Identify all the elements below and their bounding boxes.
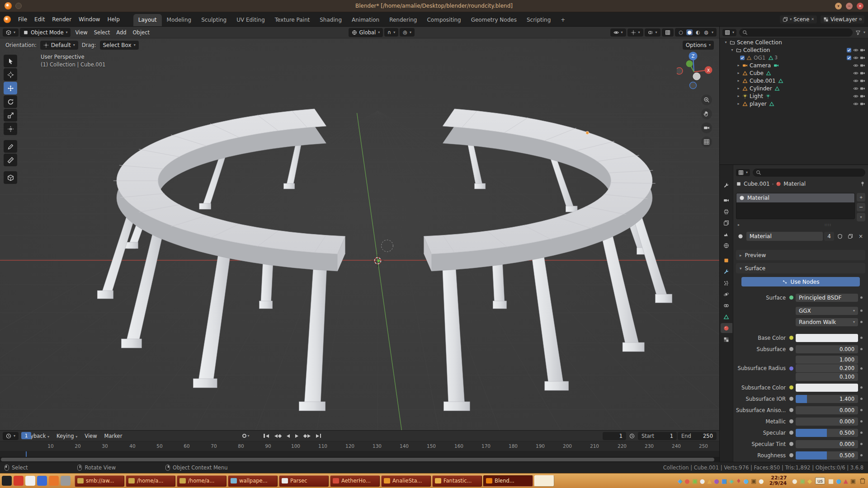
timeline-editor-type-button[interactable]: ▾ bbox=[3, 432, 19, 440]
animate-dot[interactable] bbox=[858, 398, 864, 400]
hide-eye-icon[interactable] bbox=[852, 94, 859, 99]
hide-eye-icon[interactable] bbox=[852, 86, 859, 91]
expander-icon[interactable]: ▸ bbox=[736, 63, 741, 67]
disable-render-icon[interactable] bbox=[859, 63, 866, 68]
selectable-checkbox-icon[interactable] bbox=[845, 55, 852, 61]
xray-toggle[interactable] bbox=[662, 28, 674, 37]
tray-icon[interactable]: ▣ bbox=[692, 478, 698, 484]
3d-viewport[interactable]: Orientation: Default▾ Drag: Select Box▾ … bbox=[0, 38, 719, 430]
zoom-icon[interactable] bbox=[701, 94, 712, 105]
scrollbar-thumb[interactable] bbox=[1, 458, 714, 461]
tray-icon[interactable]: ▣ bbox=[850, 478, 856, 484]
menu-item[interactable]: Render bbox=[48, 14, 75, 24]
tab-object-data[interactable] bbox=[721, 312, 732, 322]
unlink-scene-icon[interactable]: ✕ bbox=[811, 18, 814, 21]
workspace-tab[interactable]: Compositing bbox=[422, 14, 466, 26]
workspace-tab[interactable]: UV Editing bbox=[231, 14, 270, 26]
solid-shading-icon[interactable]: ● bbox=[686, 29, 693, 35]
transform-orientation-dropdown[interactable]: Global▾ bbox=[349, 28, 383, 37]
tray-icon[interactable]: ▣ bbox=[751, 478, 756, 484]
workspace-tab[interactable]: Layout bbox=[133, 14, 162, 26]
editor-type-button[interactable]: ▾ bbox=[3, 28, 19, 37]
value-slider[interactable]: 0.500 bbox=[796, 429, 858, 437]
viewport-menu-item[interactable]: Object bbox=[130, 28, 153, 37]
gizmo-negz-ball[interactable] bbox=[690, 82, 697, 89]
viewport-menu-item[interactable]: Add bbox=[113, 28, 129, 37]
drag-setting-dropdown[interactable]: Select Box▾ bbox=[100, 41, 139, 50]
tray-icon[interactable]: ● bbox=[684, 478, 689, 484]
pan-hand-icon[interactable] bbox=[701, 108, 712, 119]
hide-eye-icon[interactable] bbox=[852, 47, 859, 53]
rotate-tool[interactable] bbox=[4, 95, 17, 108]
tray-icon[interactable]: ● bbox=[744, 478, 749, 484]
taskbar-window-button[interactable]: smb://aw... bbox=[75, 475, 124, 487]
disable-render-icon[interactable] bbox=[859, 70, 866, 76]
material-name-field[interactable]: Material bbox=[746, 232, 823, 241]
launcher-icon[interactable] bbox=[61, 476, 71, 486]
material-slot-list[interactable]: Material bbox=[736, 193, 855, 219]
blender-menu-icon[interactable] bbox=[4, 16, 11, 23]
tray-icon[interactable]: ● bbox=[714, 478, 719, 484]
material-shading-icon[interactable]: ◐ bbox=[695, 29, 701, 35]
outliner-row[interactable]: ▾ Scene Collection bbox=[720, 38, 868, 46]
color-swatch[interactable] bbox=[796, 384, 858, 392]
jump-to-end-button[interactable] bbox=[314, 433, 324, 439]
expander-icon[interactable]: ▸ bbox=[736, 102, 741, 106]
prev-keyframe-button[interactable] bbox=[272, 433, 283, 439]
outliner-row[interactable]: OG1 3 bbox=[720, 54, 868, 61]
clock[interactable]: 22:27 2/9/24 bbox=[767, 475, 789, 486]
tab-modifiers[interactable] bbox=[721, 267, 732, 277]
outliner-item-label[interactable]: Collection bbox=[743, 47, 770, 53]
launcher-icon[interactable] bbox=[25, 476, 35, 486]
outliner-search-input[interactable] bbox=[739, 28, 853, 37]
add-cube-tool[interactable] bbox=[4, 171, 17, 184]
disable-render-icon[interactable] bbox=[859, 47, 866, 53]
proportional-edit-dropdown[interactable]: ◎▾ bbox=[400, 28, 415, 37]
frame-ruler[interactable]: 1020304050607080901001101201301401501601… bbox=[0, 441, 719, 451]
outliner-item-label[interactable]: Cube.001 bbox=[750, 78, 776, 84]
outliner-filter-dropdown-icon[interactable]: ▾ bbox=[863, 31, 865, 34]
value-slider[interactable]: 0.000 bbox=[796, 345, 858, 353]
tray-icon[interactable]: ◆ bbox=[678, 478, 682, 484]
expander-icon[interactable]: ▸ bbox=[736, 79, 741, 83]
tab-tool[interactable] bbox=[721, 180, 732, 190]
menu-item[interactable]: Help bbox=[104, 14, 123, 24]
shading-mode-switcher[interactable]: ○ ● ◐ ◍ ▾ bbox=[675, 28, 717, 37]
workspace-tab[interactable]: Shading bbox=[315, 14, 347, 26]
pin-icon[interactable] bbox=[860, 181, 865, 187]
viewport-menu-item[interactable]: View bbox=[72, 28, 90, 37]
gizmo-negx-ball[interactable] bbox=[677, 68, 683, 75]
marker-menu[interactable]: Marker bbox=[101, 432, 126, 440]
color-swatch[interactable] bbox=[796, 334, 858, 342]
launcher-icon[interactable] bbox=[14, 476, 24, 486]
animate-dot[interactable] bbox=[858, 321, 864, 323]
properties-search-input[interactable] bbox=[753, 169, 865, 177]
hide-eye-icon[interactable] bbox=[852, 70, 859, 76]
play-reverse-button[interactable] bbox=[284, 433, 292, 439]
preview-section-header[interactable]: ▸Preview bbox=[736, 250, 865, 260]
value-slider[interactable]: 0.000 bbox=[796, 440, 858, 448]
taskbar-blank-button[interactable] bbox=[534, 475, 554, 487]
outliner-item-label[interactable]: Light bbox=[750, 93, 763, 99]
mode-dropdown[interactable]: Object Mode▾ bbox=[20, 28, 71, 37]
hide-eye-icon[interactable] bbox=[852, 101, 859, 107]
frame-start-field[interactable]: Start1 bbox=[638, 432, 677, 440]
gizmo-dropdown[interactable]: ▾ bbox=[627, 28, 643, 37]
workspace-tab[interactable]: Scripting bbox=[522, 14, 556, 26]
tab-constraints[interactable] bbox=[721, 300, 732, 310]
expander-icon[interactable]: ▾ bbox=[729, 48, 735, 52]
animate-dot[interactable] bbox=[858, 432, 864, 434]
gizmo-y-ball[interactable] bbox=[686, 61, 693, 67]
outliner-item-label[interactable]: Cylinder bbox=[750, 85, 772, 92]
keying-menu[interactable]: Keying ▾ bbox=[53, 432, 80, 440]
expander-icon[interactable]: ▾ bbox=[723, 40, 729, 44]
outliner-item-label[interactable]: OG1 bbox=[754, 55, 765, 61]
taskbar-window-button[interactable]: Parsec bbox=[279, 475, 329, 487]
overlays-dropdown[interactable]: ▾ bbox=[645, 28, 660, 37]
animate-dot[interactable] bbox=[858, 337, 864, 339]
workspace-tab[interactable]: Texture Paint bbox=[270, 14, 315, 26]
tray-icon[interactable]: ▣ bbox=[800, 478, 805, 484]
workspace-tab[interactable]: + bbox=[556, 14, 570, 26]
taskbar-window-button[interactable]: wallpape... bbox=[228, 475, 278, 487]
use-nodes-button[interactable]: Use Nodes bbox=[741, 277, 860, 286]
